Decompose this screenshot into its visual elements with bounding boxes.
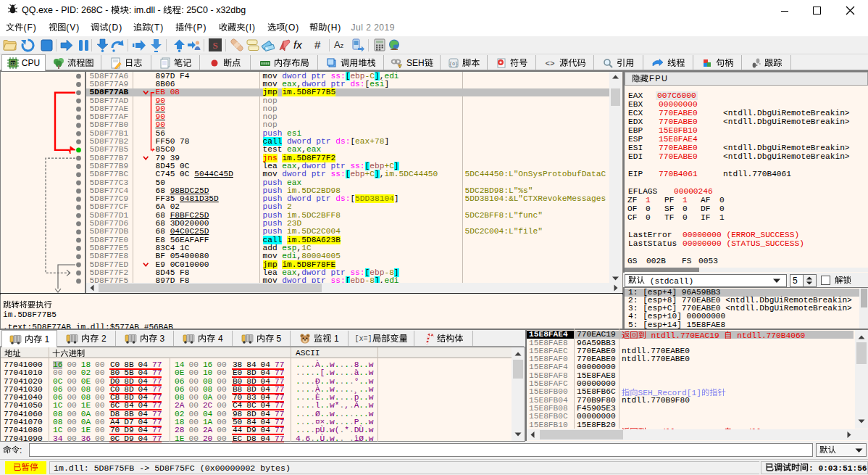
- svg-text:32: 32: [10, 62, 15, 66]
